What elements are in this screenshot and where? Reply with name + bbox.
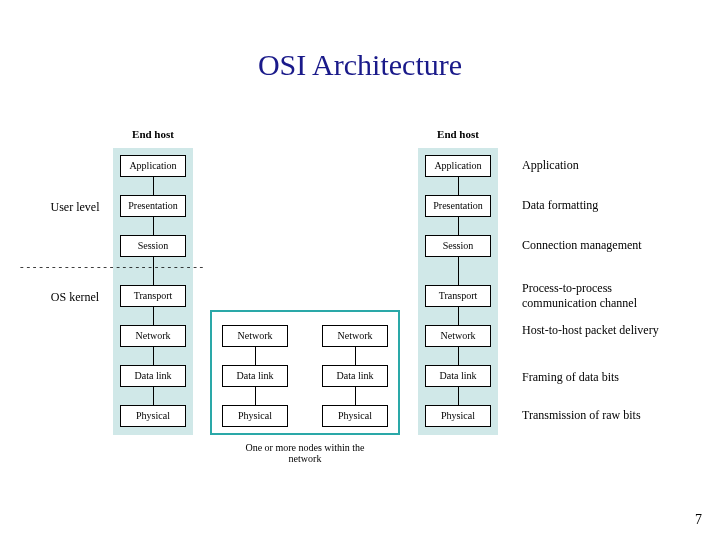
mid1-network-box: Network bbox=[222, 325, 288, 347]
left-application-box: Application bbox=[120, 155, 186, 177]
left-transport-box: Transport bbox=[120, 285, 186, 307]
user-os-divider: - - - - - - - - - - - - - - - - - - - - … bbox=[20, 260, 240, 272]
conn bbox=[458, 347, 459, 365]
conn bbox=[355, 387, 356, 405]
mid1-datalink-box: Data link bbox=[222, 365, 288, 387]
mid-caption: One or more nodes within the network bbox=[230, 442, 380, 464]
desc-transport: Process-to-process communication channel bbox=[522, 281, 682, 311]
conn bbox=[355, 347, 356, 365]
desc-application: Application bbox=[522, 158, 682, 173]
right-network-box: Network bbox=[425, 325, 491, 347]
left-physical-box: Physical bbox=[120, 405, 186, 427]
conn bbox=[458, 387, 459, 405]
conn bbox=[153, 307, 154, 325]
right-transport-box: Transport bbox=[425, 285, 491, 307]
desc-datalink: Framing of data bits bbox=[522, 370, 682, 385]
end-host-label-left: End host bbox=[118, 128, 188, 140]
conn bbox=[153, 347, 154, 365]
conn bbox=[458, 307, 459, 325]
mid2-network-box: Network bbox=[322, 325, 388, 347]
conn bbox=[255, 387, 256, 405]
desc-session: Connection management bbox=[522, 238, 682, 253]
desc-physical: Transmission of raw bits bbox=[522, 408, 682, 423]
conn bbox=[458, 177, 459, 195]
desc-network: Host-to-host packet delivery bbox=[522, 323, 682, 338]
page-number: 7 bbox=[695, 512, 702, 528]
right-session-box: Session bbox=[425, 235, 491, 257]
conn bbox=[153, 177, 154, 195]
desc-presentation: Data formatting bbox=[522, 198, 682, 213]
mid1-physical-box: Physical bbox=[222, 405, 288, 427]
left-presentation-box: Presentation bbox=[120, 195, 186, 217]
left-session-box: Session bbox=[120, 235, 186, 257]
conn bbox=[458, 257, 459, 285]
conn bbox=[255, 347, 256, 365]
conn bbox=[153, 217, 154, 235]
right-datalink-box: Data link bbox=[425, 365, 491, 387]
right-application-box: Application bbox=[425, 155, 491, 177]
right-presentation-box: Presentation bbox=[425, 195, 491, 217]
slide-title: OSI Architecture bbox=[0, 48, 720, 82]
right-physical-box: Physical bbox=[425, 405, 491, 427]
user-level-label: User level bbox=[50, 200, 100, 215]
left-datalink-box: Data link bbox=[120, 365, 186, 387]
conn bbox=[458, 217, 459, 235]
left-network-box: Network bbox=[120, 325, 186, 347]
conn bbox=[153, 387, 154, 405]
os-kernel-label: OS kernel bbox=[50, 290, 100, 305]
end-host-label-right: End host bbox=[423, 128, 493, 140]
mid2-physical-box: Physical bbox=[322, 405, 388, 427]
mid2-datalink-box: Data link bbox=[322, 365, 388, 387]
